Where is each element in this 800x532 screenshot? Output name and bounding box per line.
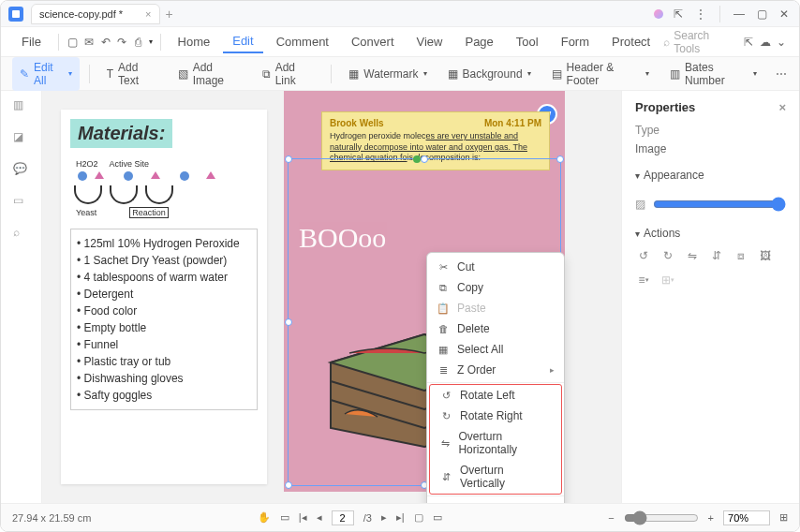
bates-number-button[interactable]: ▥Bates Number▾ xyxy=(662,57,764,91)
minimize-button[interactable]: — xyxy=(732,7,747,22)
close-tab-icon[interactable]: × xyxy=(145,8,151,20)
read-mode-icon[interactable]: ▭ xyxy=(433,511,442,524)
context-menu: ✂Cut ⧉Copy 📋Paste 🗑Delete ▦Select All ≣Z… xyxy=(426,252,565,503)
prev-page-icon[interactable]: ◂ xyxy=(317,511,322,524)
page-total: /3 xyxy=(363,512,372,524)
save-icon[interactable]: ▢ xyxy=(67,35,80,50)
appearance-section-toggle[interactable]: Appearance xyxy=(635,169,786,182)
undo-icon[interactable]: ↶ xyxy=(99,35,112,50)
flip-v-action-icon[interactable]: ⇵ xyxy=(708,247,725,264)
print-icon[interactable]: ⎙ xyxy=(132,35,145,50)
thumbnails-icon[interactable]: ▥ xyxy=(13,98,30,115)
edit-all-button[interactable]: ✎ Edit All ▾ xyxy=(12,57,80,91)
attachments-icon[interactable]: ▭ xyxy=(13,194,30,211)
left-sidebar: ▥ ◪ 💬 ▭ ⌕ xyxy=(1,91,42,503)
cm-rotate-left[interactable]: ↺Rotate Left xyxy=(430,385,561,406)
redo-icon[interactable]: ↷ xyxy=(116,35,129,50)
bates-icon: ▥ xyxy=(670,67,680,81)
document-tab[interactable]: science-copy.pdf * × xyxy=(31,4,160,24)
comments-icon[interactable]: 💬 xyxy=(13,162,30,179)
menu-file[interactable]: File xyxy=(12,31,51,52)
rotate-right-action-icon[interactable]: ↻ xyxy=(659,247,676,264)
cm-z-order[interactable]: ≣Z Order▸ xyxy=(427,360,564,380)
menu-protect[interactable]: Protect xyxy=(602,31,659,52)
type-label: Type xyxy=(635,124,786,137)
open-external-icon[interactable]: ⇱ xyxy=(742,35,755,50)
more-tools-icon[interactable]: ⋯ xyxy=(774,66,788,81)
watermark-icon: ▦ xyxy=(348,67,359,81)
zoom-slider[interactable] xyxy=(624,510,699,525)
cm-copy[interactable]: ⧉Copy xyxy=(427,277,564,298)
cloud-icon[interactable]: ☁ xyxy=(759,35,772,50)
close-panel-icon[interactable]: × xyxy=(778,100,786,114)
actions-section-toggle[interactable]: Actions xyxy=(635,227,786,240)
menu-view[interactable]: View xyxy=(407,31,452,52)
watermark-button[interactable]: ▦Watermark▾ xyxy=(341,64,434,84)
menu-form[interactable]: Form xyxy=(552,31,599,52)
sticky-author: Brook Wells xyxy=(330,118,384,128)
flip-h-action-icon[interactable]: ⇋ xyxy=(684,247,701,264)
zoom-out-icon[interactable]: − xyxy=(608,512,614,524)
cm-overturn-v[interactable]: ⇵Overturn Vertically xyxy=(430,460,561,494)
page-dimensions: 27.94 x 21.59 cm xyxy=(12,512,91,524)
select-tool-icon[interactable]: ▭ xyxy=(280,511,289,524)
bookmarks-icon[interactable]: ◪ xyxy=(13,130,30,147)
opacity-slider[interactable] xyxy=(653,197,786,212)
materials-list: 125ml 10% Hydrogen Peroxide 1 Sachet Dry… xyxy=(70,229,258,410)
cm-overturn-h[interactable]: ⇋Overturn Horizontally xyxy=(430,426,561,460)
search-tools[interactable]: ⌕ Search Tools xyxy=(663,29,727,55)
title-bar: science-copy.pdf * × + ⇱ ⋮ — ▢ ✕ xyxy=(1,1,799,27)
yeast-diagram: H2O2 Active Site Yeast Reaction xyxy=(70,159,258,217)
align-action-icon[interactable]: ≡▾ xyxy=(635,272,652,288)
menu-edit[interactable]: Edit xyxy=(223,30,262,53)
first-page-icon[interactable]: |◂ xyxy=(299,511,307,524)
next-page-icon[interactable]: ▸ xyxy=(381,511,387,524)
cm-rotate-right[interactable]: ↻Rotate Right xyxy=(430,406,561,426)
rotate-left-action-icon[interactable]: ↺ xyxy=(635,247,652,264)
fit-page-icon[interactable]: ▢ xyxy=(414,511,423,524)
header-footer-icon: ▤ xyxy=(552,67,562,81)
cm-delete[interactable]: 🗑Delete xyxy=(427,318,564,339)
zoom-in-icon[interactable]: + xyxy=(708,512,714,524)
fit-width-icon[interactable]: ⊞ xyxy=(779,511,788,524)
background-button[interactable]: ▦Background▾ xyxy=(440,64,539,84)
rotate-right-icon: ↻ xyxy=(439,410,452,422)
menu-home[interactable]: Home xyxy=(169,31,220,52)
collapse-ribbon-icon[interactable]: ⌄ xyxy=(775,35,788,50)
cm-select-all[interactable]: ▦Select All xyxy=(427,339,564,360)
rotate-handle[interactable] xyxy=(413,155,421,163)
boo-text: BOOoo xyxy=(299,222,386,254)
cm-cut[interactable]: ✂Cut xyxy=(427,257,564,277)
add-text-button[interactable]: TAdd Text xyxy=(99,57,165,91)
maximize-button[interactable]: ▢ xyxy=(754,7,769,22)
paste-icon: 📋 xyxy=(437,303,450,315)
new-tab-button[interactable]: + xyxy=(166,7,173,22)
crop-action-icon[interactable]: ⧈ xyxy=(733,247,749,264)
page-number-input[interactable] xyxy=(332,510,354,525)
document-canvas[interactable]: • • •• • •• • • Materials: H2O2 Active S… xyxy=(42,91,621,503)
menu-tool[interactable]: Tool xyxy=(507,31,548,52)
zoom-select[interactable] xyxy=(723,510,770,525)
share-icon[interactable]: ⇱ xyxy=(671,7,686,22)
trash-icon: 🗑 xyxy=(437,323,450,334)
mail-icon[interactable]: ✉ xyxy=(82,35,96,50)
kebab-menu-icon[interactable]: ⋮ xyxy=(693,7,708,22)
save-image-icon: ⬇ xyxy=(437,503,450,504)
menu-comment[interactable]: Comment xyxy=(267,31,338,52)
account-avatar-icon[interactable] xyxy=(654,9,663,19)
search-rail-icon[interactable]: ⌕ xyxy=(13,226,30,243)
replace-action-icon[interactable]: 🖼 xyxy=(757,247,774,264)
tab-title: science-copy.pdf * xyxy=(39,8,123,20)
menu-convert[interactable]: Convert xyxy=(342,31,404,52)
add-link-button[interactable]: ⧉Add Link xyxy=(255,57,322,91)
add-image-button[interactable]: ▧Add Image xyxy=(170,57,249,91)
properties-panel: Properties × Type Image Appearance ▨ Act… xyxy=(621,91,799,503)
close-window-button[interactable]: ✕ xyxy=(777,7,792,22)
menu-page[interactable]: Page xyxy=(455,31,502,52)
cm-save-image[interactable]: ⬇Save Image As xyxy=(427,498,564,503)
hand-tool-icon[interactable]: ✋ xyxy=(258,511,271,524)
last-page-icon[interactable]: ▸| xyxy=(396,511,405,524)
search-icon: ⌕ xyxy=(663,36,670,49)
edit-toolbar: ✎ Edit All ▾ TAdd Text ▧Add Image ⧉Add L… xyxy=(1,57,799,91)
header-footer-button[interactable]: ▤Header & Footer▾ xyxy=(544,57,657,91)
